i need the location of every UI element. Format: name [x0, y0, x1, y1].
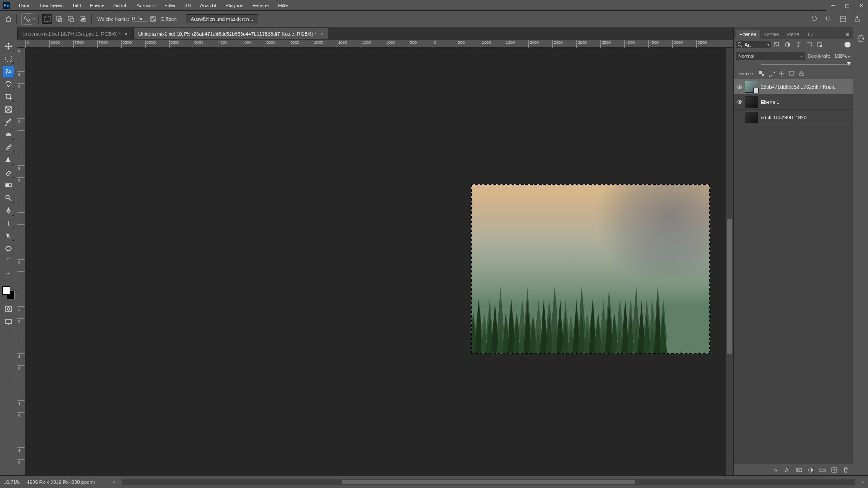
layer-mask-icon[interactable]	[794, 465, 804, 475]
layer-row[interactable]: 26ab471dd8dc52...7828df7 Kopie	[734, 79, 853, 94]
screen-mode-toggle[interactable]	[3, 316, 14, 328]
horizontal-ruler[interactable]: 0 8000 7500 7000 6500 6000 5500 5000 450…	[25, 40, 733, 48]
menu-auswahl[interactable]: Auswahl	[132, 3, 160, 8]
menu-filter[interactable]: Filter	[160, 3, 180, 8]
adjustment-layer-icon[interactable]	[806, 465, 816, 475]
menu-bild[interactable]: Bild	[68, 3, 85, 8]
document-tab-1[interactable]: Unbenannt-1 bei 18,7% (Gruppe 1, RGB/8) …	[17, 28, 132, 39]
link-layers-icon[interactable]	[770, 465, 780, 475]
opacity-input[interactable]	[832, 53, 847, 59]
nav-next-icon[interactable]: ▸	[862, 479, 864, 485]
panel-menu-icon[interactable]: ≡	[844, 30, 851, 39]
quick-mask-toggle[interactable]	[3, 303, 14, 315]
nav-prev-icon[interactable]: ◂	[113, 479, 115, 485]
workspace-icon[interactable]	[839, 15, 847, 23]
opacity-flyout-icon[interactable]: ▸	[848, 53, 851, 59]
window-close-button[interactable]: ✕	[854, 0, 868, 11]
lock-image-icon[interactable]	[767, 69, 776, 78]
canvas-area[interactable]: 0 8000 7500 7000 6500 6000 5500 5000 450…	[17, 40, 733, 475]
type-tool[interactable]	[3, 217, 14, 229]
selection-intersect-button[interactable]	[78, 14, 88, 24]
menu-ebene[interactable]: Ebene	[85, 3, 109, 8]
edit-toolbar[interactable]: ⋯	[3, 268, 14, 280]
feather-input[interactable]	[132, 16, 148, 22]
visibility-toggle[interactable]	[735, 84, 745, 90]
document-tab-2[interactable]: Unbenannt-2 bei 10,7% (26ab471dd8dc52b95…	[133, 28, 329, 39]
color-swatches[interactable]	[1, 286, 16, 300]
opacity-slider[interactable]	[734, 61, 853, 69]
filter-toggle[interactable]	[844, 42, 851, 48]
foreground-color-swatch[interactable]	[2, 286, 10, 295]
filter-shape-icon[interactable]	[804, 40, 814, 50]
menu-schrift[interactable]: Schrift	[109, 3, 132, 8]
layer-thumbnail[interactable]	[745, 81, 758, 93]
layer-thumbnail[interactable]	[745, 112, 758, 123]
frame-tool[interactable]	[3, 103, 14, 115]
vertical-scrollbar[interactable]	[726, 48, 733, 475]
dodge-tool[interactable]	[3, 192, 14, 204]
close-icon[interactable]: ×	[124, 31, 127, 37]
group-icon[interactable]	[817, 465, 827, 475]
menu-3d[interactable]: 3D	[180, 3, 195, 8]
layer-thumbnail[interactable]	[745, 96, 758, 108]
selection-subtract-button[interactable]	[66, 14, 76, 24]
share-icon[interactable]	[854, 15, 862, 23]
zoom-level[interactable]: 10,71%	[4, 479, 20, 485]
current-tool-icon[interactable]	[21, 13, 33, 25]
brush-tool[interactable]	[3, 141, 14, 153]
selection-add-button[interactable]	[54, 14, 64, 24]
panel-tab-3d[interactable]: 3D	[803, 30, 816, 39]
lock-position-icon[interactable]	[777, 69, 786, 78]
close-icon[interactable]: ×	[321, 31, 323, 37]
scrollbar-thumb[interactable]	[342, 480, 635, 484]
menu-datei[interactable]: Datei	[14, 3, 35, 8]
filter-adjustment-icon[interactable]	[783, 40, 793, 50]
hand-tool[interactable]	[3, 255, 14, 267]
layer-name[interactable]: adult-1852908_1920	[761, 115, 807, 120]
shape-tool[interactable]	[3, 243, 14, 254]
document-canvas[interactable]	[471, 184, 710, 354]
menu-ansicht[interactable]: Ansicht	[195, 3, 221, 8]
window-maximize-button[interactable]: ▢	[840, 0, 854, 11]
vertical-ruler[interactable]: 0 5 0 0 5 0 0 1 0 2 0 3 0 4 0	[17, 48, 25, 475]
clone-stamp-tool[interactable]	[3, 154, 14, 166]
blend-mode-select[interactable]: Normal ▾	[736, 52, 805, 60]
marquee-tool[interactable]	[3, 53, 14, 65]
filter-type-icon[interactable]	[793, 40, 803, 50]
visibility-toggle[interactable]	[735, 99, 745, 105]
lock-transparency-icon[interactable]	[757, 69, 766, 78]
scrollbar-thumb[interactable]	[727, 219, 732, 354]
antialias-checkbox[interactable]	[150, 16, 156, 22]
menu-bearbeiten[interactable]: Bearbeiten	[35, 3, 68, 8]
search-icon[interactable]	[825, 15, 833, 23]
menu-plugins[interactable]: Plug-ins	[221, 3, 248, 8]
layer-row[interactable]: adult-1852908_1920	[734, 110, 853, 125]
filter-pixel-icon[interactable]	[772, 40, 782, 50]
crop-tool[interactable]	[3, 91, 14, 103]
slider-handle[interactable]	[847, 62, 851, 66]
panel-tab-pfade[interactable]: Pfade	[783, 30, 803, 39]
selection-new-button[interactable]	[42, 14, 52, 24]
new-layer-icon[interactable]	[829, 465, 839, 475]
layer-row[interactable]: Ebene 1	[734, 94, 853, 110]
lasso-tool[interactable]	[3, 66, 14, 77]
layer-fx-icon[interactable]: fx	[782, 465, 792, 475]
lock-artboard-icon[interactable]	[787, 69, 796, 78]
quick-selection-tool[interactable]	[3, 78, 14, 90]
color-panel-icon[interactable]	[856, 33, 866, 43]
menu-fenster[interactable]: Fenster	[248, 3, 274, 8]
healing-brush-tool[interactable]	[3, 129, 14, 141]
filter-smart-icon[interactable]	[815, 40, 825, 50]
ruler-origin[interactable]	[17, 40, 25, 48]
layer-name[interactable]: Ebene 1	[761, 99, 779, 105]
info-flyout-icon[interactable]: 〉	[101, 479, 106, 485]
panel-tab-ebenen[interactable]: Ebenen	[736, 30, 760, 39]
gradient-tool[interactable]	[3, 179, 14, 191]
lock-all-icon[interactable]	[797, 69, 806, 78]
panel-tab-kanaele[interactable]: Kanäle	[760, 30, 783, 39]
path-selection-tool[interactable]	[3, 230, 14, 242]
layer-filter-kind[interactable]: ▾	[736, 41, 771, 48]
document-info[interactable]: 4936 Px x 3319 Px (300 ppcm)	[27, 479, 95, 485]
move-tool[interactable]	[3, 40, 14, 52]
select-and-mask-button[interactable]: Auswählen und maskieren...	[186, 14, 258, 23]
